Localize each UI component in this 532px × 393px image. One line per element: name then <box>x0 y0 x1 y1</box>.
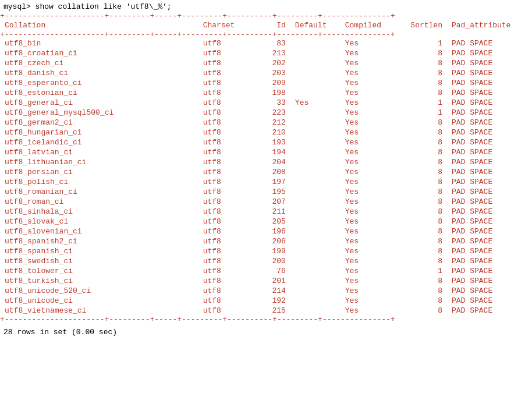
table-row: utf8_czech_ciutf8202Yes8PAD SPACE <box>0 58 532 68</box>
cell-26-4: Yes <box>341 296 397 306</box>
table-row: utf8_spanish2_ciutf8206Yes8PAD SPACE <box>0 236 532 246</box>
cell-26-0: utf8_unicode_ci <box>0 296 198 306</box>
column-header-default: Default <box>290 20 341 31</box>
table-row: utf8_roman_ciutf8207Yes8PAD SPACE <box>0 197 532 207</box>
cell-6-2: 33 <box>255 98 290 108</box>
cell-11-5: 8 <box>397 147 447 157</box>
cell-12-1: utf8 <box>198 157 255 167</box>
cell-24-6: PAD SPACE <box>447 276 532 286</box>
table-row: utf8_estonian_ciutf8198Yes8PAD SPACE <box>0 88 532 98</box>
cell-18-5: 8 <box>397 217 447 226</box>
table-row: utf8_vietnamese_ciutf8215Yes8PAD SPACE <box>0 306 532 316</box>
cell-10-4: Yes <box>341 137 397 147</box>
cell-2-0: utf8_czech_ci <box>0 58 198 68</box>
cell-15-5: 8 <box>397 187 447 197</box>
cell-0-5: 1 <box>397 38 447 48</box>
cell-27-5: 8 <box>397 306 447 316</box>
cell-7-6: PAD SPACE <box>447 108 532 118</box>
cell-11-3 <box>290 147 341 157</box>
terminal-window: mysql> show collation like 'utf8\_%'; +-… <box>0 0 532 393</box>
table-row: utf8_persian_ciutf8208Yes8PAD SPACE <box>0 167 532 177</box>
cell-22-1: utf8 <box>198 256 255 266</box>
cell-4-4: Yes <box>341 78 397 88</box>
cell-1-5: 8 <box>397 48 447 58</box>
cell-25-0: utf8_unicode_520_ci <box>0 286 198 296</box>
cell-10-5: 8 <box>397 137 447 147</box>
cell-20-0: utf8_spanish2_ci <box>0 236 198 246</box>
cell-5-5: 8 <box>397 88 447 98</box>
table-wrapper: +----------------------+---------+-----+… <box>0 12 532 325</box>
cell-14-2: 197 <box>255 177 290 187</box>
cell-3-6: PAD SPACE <box>447 68 532 78</box>
cell-12-4: Yes <box>341 157 397 167</box>
cell-2-2: 202 <box>255 58 290 68</box>
cell-19-2: 196 <box>255 226 290 236</box>
table-row: utf8_slovak_ciutf8205Yes8PAD SPACE <box>0 217 532 226</box>
cell-24-1: utf8 <box>198 276 255 286</box>
cell-22-0: utf8_swedish_ci <box>0 256 198 266</box>
cell-22-3 <box>290 256 341 266</box>
cell-2-1: utf8 <box>198 58 255 68</box>
cell-18-4: Yes <box>341 217 397 226</box>
cell-19-1: utf8 <box>198 226 255 236</box>
cell-11-0: utf8_latvian_ci <box>0 147 198 157</box>
cell-1-0: utf8_croatian_ci <box>0 48 198 58</box>
cell-25-6: PAD SPACE <box>447 286 532 296</box>
cell-1-3 <box>290 48 341 58</box>
cell-9-1: utf8 <box>198 128 255 137</box>
cell-7-0: utf8_general_mysql500_ci <box>0 108 198 118</box>
cell-23-2: 76 <box>255 266 290 276</box>
cell-10-3 <box>290 137 341 147</box>
cell-1-2: 213 <box>255 48 290 58</box>
cell-23-0: utf8_tolower_ci <box>0 266 198 276</box>
cell-16-2: 207 <box>255 197 290 207</box>
cell-26-1: utf8 <box>198 296 255 306</box>
cell-8-0: utf8_german2_ci <box>0 118 198 128</box>
cell-6-6: PAD SPACE <box>447 98 532 108</box>
cell-6-1: utf8 <box>198 98 255 108</box>
cell-16-6: PAD SPACE <box>447 197 532 207</box>
cell-9-5: 8 <box>397 128 447 137</box>
cell-5-1: utf8 <box>198 88 255 98</box>
cell-5-4: Yes <box>341 88 397 98</box>
table-row: utf8_romanian_ciutf8195Yes8PAD SPACE <box>0 187 532 197</box>
cell-11-6: PAD SPACE <box>447 147 532 157</box>
cell-27-1: utf8 <box>198 306 255 316</box>
cell-8-3 <box>290 118 341 128</box>
cell-4-3 <box>290 78 341 88</box>
cell-9-2: 210 <box>255 128 290 137</box>
table-row: utf8_latvian_ciutf8194Yes8PAD SPACE <box>0 147 532 157</box>
cell-2-6: PAD SPACE <box>447 58 532 68</box>
cell-8-1: utf8 <box>198 118 255 128</box>
cell-13-5: 8 <box>397 167 447 177</box>
table-row: utf8_lithuanian_ciutf8204Yes8PAD SPACE <box>0 157 532 167</box>
cell-5-2: 198 <box>255 88 290 98</box>
cell-9-4: Yes <box>341 128 397 137</box>
cell-14-0: utf8_polish_ci <box>0 177 198 187</box>
table-row: utf8_polish_ciutf8197Yes8PAD SPACE <box>0 177 532 187</box>
cell-25-1: utf8 <box>198 286 255 296</box>
cell-12-6: PAD SPACE <box>447 157 532 167</box>
cell-5-6: PAD SPACE <box>447 88 532 98</box>
cell-23-6: PAD SPACE <box>447 266 532 276</box>
cell-21-6: PAD SPACE <box>447 246 532 256</box>
cell-6-5: 1 <box>397 98 447 108</box>
cell-3-2: 203 <box>255 68 290 78</box>
cell-27-3 <box>290 306 341 316</box>
cell-13-3 <box>290 167 341 177</box>
cell-12-2: 204 <box>255 157 290 167</box>
column-header-collation: Collation <box>0 20 198 31</box>
cell-1-4: Yes <box>341 48 397 58</box>
cell-16-3 <box>290 197 341 207</box>
cell-4-5: 8 <box>397 78 447 88</box>
cell-24-3 <box>290 276 341 286</box>
table-row: utf8_tolower_ciutf876Yes1PAD SPACE <box>0 266 532 276</box>
cell-5-0: utf8_estonian_ci <box>0 88 198 98</box>
cell-0-6: PAD SPACE <box>447 38 532 48</box>
cell-21-0: utf8_spanish_ci <box>0 246 198 256</box>
cell-15-2: 195 <box>255 187 290 197</box>
cell-17-5: 8 <box>397 207 447 217</box>
cell-26-6: PAD SPACE <box>447 296 532 306</box>
cell-27-0: utf8_vietnamese_ci <box>0 306 198 316</box>
table-row: utf8_hungarian_ciutf8210Yes8PAD SPACE <box>0 128 532 137</box>
